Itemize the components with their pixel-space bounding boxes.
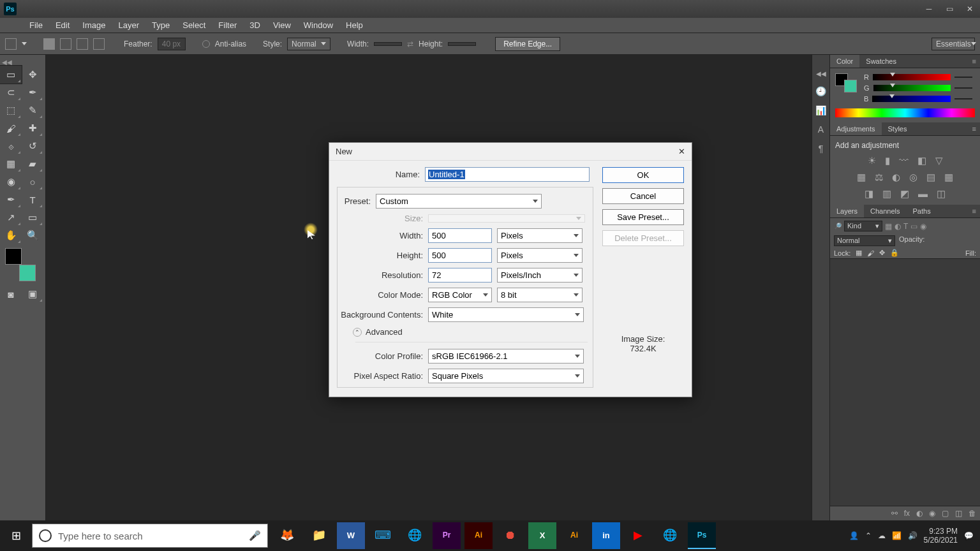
quickselect-tool[interactable]: ✒ (22, 84, 43, 101)
filter-adjust-icon[interactable]: ◐ (895, 222, 901, 231)
workspace-select[interactable]: Essentials (932, 38, 975, 50)
b-value[interactable] (954, 98, 972, 99)
brush-tool[interactable]: 🖌 (0, 119, 22, 137)
width-input-dlg[interactable] (428, 228, 492, 243)
screenmode-tool[interactable]: ▣ (22, 285, 43, 303)
threshold-icon[interactable]: ◩ (900, 188, 909, 200)
tab-color[interactable]: Color (830, 55, 859, 68)
zoom-tool[interactable]: 🔍 (22, 226, 43, 244)
save-preset-button[interactable]: Save Preset... (602, 209, 684, 225)
layers-panel-menu[interactable]: ≡ (969, 205, 980, 217)
blur-tool[interactable]: ◉ (0, 173, 22, 191)
preset-select[interactable]: Custom (376, 194, 542, 209)
layerfx-icon[interactable]: fx (904, 509, 910, 518)
newgroup-icon[interactable]: ▢ (942, 509, 949, 518)
vibrance-icon[interactable]: ▽ (935, 155, 943, 166)
color-swatch-panel[interactable] (835, 73, 857, 92)
taskbar-illustrator[interactable]: Ai (464, 522, 493, 549)
name-input[interactable] (425, 167, 590, 182)
g-value[interactable] (954, 87, 972, 89)
mic-icon[interactable]: 🎤 (249, 530, 261, 541)
resolution-unit-select[interactable]: Pixels/Inch (497, 268, 583, 283)
close-button[interactable]: ✕ (960, 3, 980, 15)
hand-tool[interactable]: ✋ (0, 226, 22, 244)
cancel-button[interactable]: Cancel (602, 188, 684, 204)
filter-pixel-icon[interactable]: ▦ (885, 222, 892, 231)
taskbar-chrome[interactable]: 🌐 (401, 522, 429, 549)
history-icon[interactable]: 🕘 (815, 86, 826, 96)
tab-channels[interactable]: Channels (864, 205, 906, 217)
history-brush-tool[interactable]: ↺ (22, 137, 43, 155)
menu-3d[interactable]: 3D (244, 19, 265, 31)
height-input-dlg[interactable] (428, 248, 492, 263)
minimize-button[interactable]: ─ (919, 3, 939, 15)
resolution-input[interactable] (428, 268, 492, 283)
start-button[interactable]: ⊞ (0, 520, 32, 551)
pen-tool[interactable]: ✒ (0, 191, 22, 209)
healing-tool[interactable]: ✚ (22, 119, 43, 137)
lock-transparent-icon[interactable]: ▦ (856, 249, 862, 257)
tab-adjustments[interactable]: Adjustments (830, 122, 882, 135)
tray-wifi-icon[interactable]: 📶 (892, 531, 902, 540)
taskbar-word[interactable]: W (337, 522, 365, 549)
type-tool[interactable]: T (22, 191, 43, 209)
selectivecolor-icon[interactable]: ◫ (937, 188, 946, 200)
r-value[interactable] (954, 77, 972, 78)
taskbar-firefox[interactable]: 🦊 (273, 522, 301, 549)
marquee-tool[interactable]: ▭ (0, 66, 22, 84)
shape-tool[interactable]: ▭ (22, 209, 43, 226)
tray-up-icon[interactable]: ⌃ (865, 531, 872, 540)
menu-filter[interactable]: Filter (213, 19, 242, 31)
antialias-checkbox[interactable] (202, 40, 210, 48)
width-unit-select[interactable]: Pixels (497, 228, 583, 243)
swap-icon[interactable]: ⇄ (407, 40, 413, 48)
newlayer-icon[interactable]: ◫ (955, 509, 962, 518)
refine-edge-button[interactable]: Refine Edge... (495, 37, 560, 51)
colorlookup-icon[interactable]: ▦ (944, 172, 953, 183)
newfill-icon[interactable]: ◉ (929, 509, 935, 518)
tool-preset-dropdown[interactable] (22, 42, 27, 45)
layermask-icon[interactable]: ◐ (916, 509, 923, 518)
menu-help[interactable]: Help (341, 19, 368, 31)
selection-subtract-icon[interactable] (77, 38, 88, 50)
lock-all-icon[interactable]: 🔒 (890, 249, 899, 257)
brightness-icon[interactable]: ☀ (868, 155, 876, 166)
menu-edit[interactable]: Edit (50, 19, 75, 31)
color-panel-menu[interactable]: ≡ (969, 55, 980, 68)
eraser-tool[interactable]: ▰ (22, 155, 43, 173)
taskbar-edge[interactable]: 🌐 (656, 522, 684, 549)
menu-select[interactable]: Select (177, 19, 211, 31)
tray-notifications-icon[interactable]: 💬 (964, 531, 974, 540)
bw-icon[interactable]: ◐ (892, 172, 900, 183)
selection-intersect-icon[interactable] (93, 38, 105, 50)
tab-styles[interactable]: Styles (882, 122, 914, 135)
menu-layer[interactable]: Layer (114, 19, 145, 31)
hue-icon[interactable]: ▦ (857, 172, 866, 183)
clone-tool[interactable]: ⟐ (0, 137, 22, 155)
taskbar-excel[interactable]: X (528, 522, 556, 549)
filter-type-icon[interactable]: T (903, 222, 908, 231)
taskbar-linkedin[interactable]: in (592, 522, 620, 549)
selection-add-icon[interactable] (60, 38, 71, 50)
quickmask-tool[interactable]: ◙ (0, 285, 22, 303)
tab-swatches[interactable]: Swatches (859, 55, 903, 68)
crop-tool[interactable]: ⬚ (0, 101, 22, 119)
colormode-select[interactable]: RGB Color (428, 288, 492, 302)
tab-layers[interactable]: Layers (830, 205, 864, 217)
taskbar-youtube[interactable]: ▶ (624, 522, 652, 549)
dodge-tool[interactable]: ○ (22, 173, 43, 191)
taskbar-illustrator2[interactable]: Ai (560, 522, 588, 549)
character-icon[interactable]: A (818, 124, 824, 135)
feather-input[interactable]: 40 px (158, 38, 186, 50)
dialog-close-button[interactable]: ✕ (678, 147, 685, 156)
filter-smart-icon[interactable]: ◉ (920, 222, 926, 231)
menu-type[interactable]: Type (147, 19, 175, 31)
ok-button[interactable]: OK (602, 167, 684, 183)
deletelayer-icon[interactable]: 🗑 (969, 509, 976, 518)
move-tool[interactable]: ✥ (22, 66, 43, 84)
filter-kind-select[interactable]: Kind▾ (844, 221, 882, 231)
menu-window[interactable]: Window (299, 19, 338, 31)
levels-icon[interactable]: ▮ (885, 155, 890, 166)
taskbar-search[interactable]: Type here to search 🎤 (32, 524, 268, 548)
channelmixer-icon[interactable]: ▤ (926, 172, 935, 183)
